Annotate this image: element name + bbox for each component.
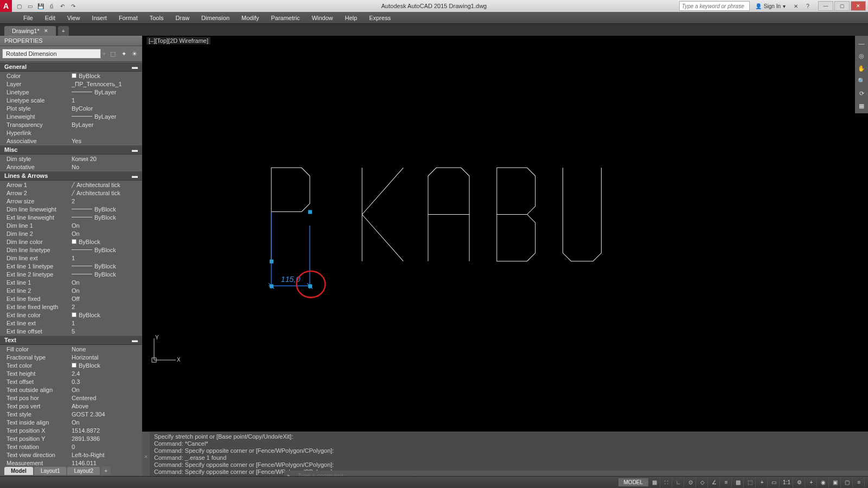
prop-value[interactable]: 1: [71, 255, 142, 261]
prop-row[interactable]: Ext line colorByBlock: [0, 311, 142, 319]
prop-value[interactable]: Above: [71, 403, 142, 409]
prop-value[interactable]: ByBlock: [71, 362, 142, 369]
grid-icon[interactable]: ▦: [649, 478, 660, 487]
prop-value[interactable]: ByBlock: [71, 214, 142, 221]
prop-value[interactable]: ByLayer: [71, 113, 142, 120]
selection-dropdown[interactable]: Rotated Dimension: [2, 49, 101, 59]
layout-tab-1[interactable]: Layout1: [34, 467, 67, 475]
add-layout-button[interactable]: +: [101, 466, 111, 475]
prop-value[interactable]: 5: [71, 328, 142, 335]
zoom-extents-icon[interactable]: 🔍: [856, 75, 867, 86]
menu-dimension[interactable]: Dimension: [196, 14, 235, 22]
collapse-icon[interactable]: ▬: [132, 337, 138, 343]
prop-row[interactable]: AnnotativeNo: [0, 163, 142, 171]
menu-format[interactable]: Format: [113, 14, 143, 22]
prop-row[interactable]: Dim line colorByBlock: [0, 237, 142, 246]
minimize-button[interactable]: —: [818, 1, 833, 11]
new-icon[interactable]: ▢: [14, 1, 24, 11]
prop-value[interactable]: On: [71, 387, 142, 393]
layout-tab-model[interactable]: Model: [4, 467, 33, 475]
annotation-scale[interactable]: 1:1: [781, 478, 793, 487]
prop-row[interactable]: Hyperlink: [0, 129, 142, 137]
showmotion-icon[interactable]: ▦: [856, 100, 867, 111]
help-icon[interactable]: ?: [803, 1, 813, 11]
prop-section-misc[interactable]: Misc▬: [0, 145, 142, 155]
prop-row[interactable]: Ext line ext1: [0, 319, 142, 327]
prop-row[interactable]: Text offset0.3: [0, 377, 142, 386]
prop-value[interactable]: ByLayer: [71, 121, 142, 128]
prop-value[interactable]: Centered: [71, 395, 142, 401]
menu-edit[interactable]: Edit: [40, 14, 61, 22]
prop-value[interactable]: None: [71, 346, 142, 352]
prop-row[interactable]: Dim line ext1: [0, 254, 142, 262]
menu-tools[interactable]: Tools: [144, 14, 169, 22]
maximize-button[interactable]: ▢: [834, 1, 850, 11]
prop-value[interactable]: On: [71, 287, 142, 294]
prop-row[interactable]: Text view directionLeft-to-Right: [0, 451, 142, 459]
annotation-monitor-icon[interactable]: +: [806, 478, 817, 487]
prop-value[interactable]: ByBlock: [71, 263, 142, 269]
menu-parametric[interactable]: Parametric: [265, 14, 305, 22]
isolate-icon[interactable]: ▣: [830, 478, 841, 487]
clean-screen-icon[interactable]: ▢: [842, 478, 853, 487]
add-tab-button[interactable]: +: [58, 26, 69, 36]
prop-value[interactable]: On: [71, 419, 142, 426]
collapse-icon[interactable]: ▬: [132, 146, 138, 153]
prop-value[interactable]: Копия 20: [71, 156, 142, 162]
prop-row[interactable]: Dim line 2On: [0, 229, 142, 237]
prop-value[interactable]: 2.4: [71, 370, 142, 377]
prop-value[interactable]: 2: [71, 198, 142, 204]
prop-value[interactable]: On: [71, 222, 142, 229]
ortho-icon[interactable]: ∟: [673, 478, 684, 487]
orbit-icon[interactable]: ⟳: [856, 88, 867, 99]
prop-value[interactable]: 0.3: [71, 378, 142, 385]
close-tab-icon[interactable]: ✕: [44, 28, 48, 34]
hardware-accel-icon[interactable]: ◉: [818, 478, 829, 487]
prop-value[interactable]: Off: [71, 296, 142, 302]
prop-value[interactable]: ByBlock: [71, 239, 142, 245]
navbar-toggle-icon[interactable]: —: [856, 38, 867, 49]
dynamic-input-icon[interactable]: +: [757, 478, 768, 487]
menu-draw[interactable]: Draw: [170, 14, 195, 22]
otrack-icon[interactable]: ∠: [709, 478, 720, 487]
prop-value[interactable]: ByBlock: [71, 206, 142, 213]
workspace-icon[interactable]: ⚙: [794, 478, 805, 487]
prop-value[interactable]: 2891.9386: [71, 435, 142, 442]
prop-row[interactable]: Ext line 2 linetypeByBlock: [0, 270, 142, 278]
prop-row[interactable]: Ext line fixedOff: [0, 294, 142, 303]
pan-icon[interactable]: ✋: [856, 63, 867, 74]
prop-row[interactable]: Arrow 1╱Architectural tick: [0, 181, 142, 189]
pickadd-icon[interactable]: ✦: [118, 48, 129, 59]
prop-row[interactable]: LinetypeByLayer: [0, 88, 142, 96]
osnap-icon[interactable]: ◇: [697, 478, 708, 487]
file-tab-active[interactable]: Drawing1* ✕: [4, 26, 56, 36]
prop-row[interactable]: Text position X1514.8872: [0, 426, 142, 434]
prop-row[interactable]: Text position Y2891.9386: [0, 434, 142, 442]
prop-row[interactable]: Text inside alignOn: [0, 418, 142, 426]
customization-icon[interactable]: ≡: [854, 478, 865, 487]
prop-value[interactable]: ╱Architectural tick: [71, 190, 142, 196]
prop-row[interactable]: Linetype scale1: [0, 96, 142, 104]
menu-express[interactable]: Express: [363, 14, 396, 22]
chevron-down-icon[interactable]: ▾: [101, 50, 107, 57]
select-objects-icon[interactable]: ☀: [129, 48, 140, 59]
prop-row[interactable]: Ext line fixed length2: [0, 303, 142, 311]
prop-row[interactable]: Dim line lineweightByBlock: [0, 205, 142, 213]
menu-window[interactable]: Window: [307, 14, 339, 22]
menu-insert[interactable]: Insert: [86, 14, 112, 22]
prop-row[interactable]: AssociativeYes: [0, 137, 142, 145]
prop-row[interactable]: Text styleGOST 2.304: [0, 410, 142, 418]
menu-modify[interactable]: Modify: [236, 14, 264, 22]
prop-value[interactable]: 1514.8872: [71, 427, 142, 434]
prop-value[interactable]: 0: [71, 444, 142, 450]
selection-cycling-icon[interactable]: ⬚: [745, 478, 756, 487]
prop-row[interactable]: Ext line 1 linetypeByBlock: [0, 262, 142, 270]
full-nav-wheel-icon[interactable]: ◎: [856, 50, 867, 61]
prop-row[interactable]: LineweightByLayer: [0, 112, 142, 120]
prop-value[interactable]: 1: [71, 97, 142, 104]
prop-row[interactable]: Text rotation0: [0, 442, 142, 451]
prop-row[interactable]: Arrow size2: [0, 197, 142, 205]
layout-tab-2[interactable]: Layout2: [67, 467, 100, 475]
prop-row[interactable]: Text pos vertAbove: [0, 402, 142, 410]
prop-value[interactable]: 1: [71, 320, 142, 326]
